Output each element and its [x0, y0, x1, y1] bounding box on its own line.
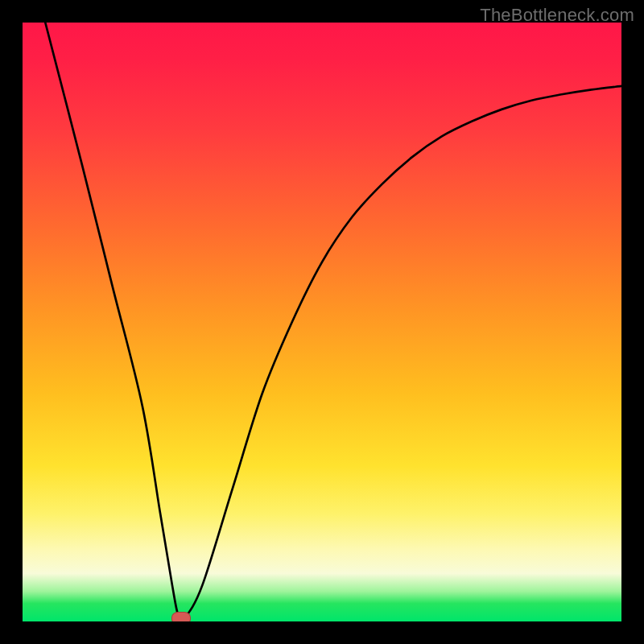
chart-frame: TheBottleneck.com [0, 0, 644, 644]
attribution-text: TheBottleneck.com [480, 5, 634, 26]
bottleneck-curve [23, 23, 621, 621]
plot-area [23, 23, 621, 621]
min-marker [171, 612, 191, 621]
